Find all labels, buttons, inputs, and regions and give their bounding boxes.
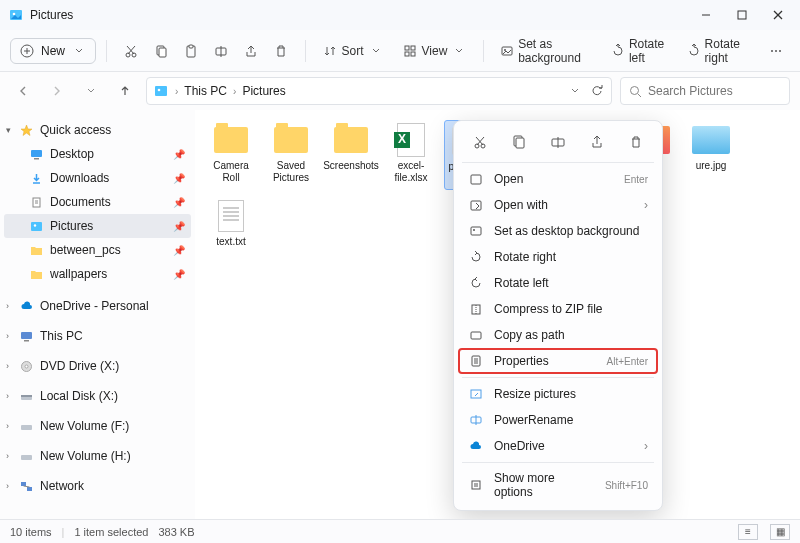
set-bg-label: Set as background	[518, 37, 593, 65]
sidebar-onedrive[interactable]: ›OneDrive - Personal	[4, 294, 191, 318]
svg-rect-14	[159, 48, 166, 57]
sort-button[interactable]: Sort	[316, 39, 390, 63]
image-icon	[468, 223, 484, 239]
view-icons-button[interactable]: ▦	[770, 524, 790, 540]
chevron-down-icon: ▾	[6, 125, 11, 135]
ctx-open-with[interactable]: Open with	[458, 192, 658, 218]
sidebar-item-wallpapers[interactable]: wallpapers📌	[4, 262, 191, 286]
drive-icon	[18, 418, 34, 434]
forward-button[interactable]	[44, 78, 70, 104]
chevron-right-icon: ›	[6, 331, 9, 341]
svg-rect-61	[471, 227, 481, 235]
separator	[483, 40, 484, 62]
trash-icon[interactable]	[625, 131, 647, 153]
sidebar-item-documents[interactable]: Documents📌	[4, 190, 191, 214]
paste-button[interactable]	[177, 39, 205, 63]
folder-screenshots[interactable]: Screenshots	[324, 120, 378, 190]
chevron-down-icon[interactable]	[567, 83, 583, 99]
sidebar-item-between-pcs[interactable]: between_pcs📌	[4, 238, 191, 262]
paste-icon	[183, 43, 199, 59]
ctx-rotate-left[interactable]: Rotate left	[458, 270, 658, 296]
rotate-right-button[interactable]: Rotate right	[681, 33, 756, 69]
sidebar-local-disk[interactable]: ›Local Disk (X:)	[4, 384, 191, 408]
file-picture-5[interactable]: ure.jpg	[684, 120, 738, 190]
copy-icon[interactable]	[508, 131, 530, 153]
chevron-right-icon: ›	[6, 481, 9, 491]
ctx-onedrive[interactable]: OneDrive	[458, 433, 658, 459]
sidebar-item-pictures[interactable]: Pictures📌	[4, 214, 191, 238]
star-icon	[18, 122, 34, 138]
new-button[interactable]: New	[10, 38, 96, 64]
ctx-open[interactable]: OpenEnter	[458, 166, 658, 192]
pin-icon: 📌	[173, 221, 185, 232]
sidebar-new-volume-f[interactable]: ›New Volume (F:)	[4, 414, 191, 438]
svg-point-43	[25, 365, 28, 368]
copy-button[interactable]	[147, 39, 175, 63]
rotate-left-button[interactable]: Rotate left	[605, 33, 675, 69]
ctx-rotate-right[interactable]: Rotate right	[458, 244, 658, 270]
back-button[interactable]	[10, 78, 36, 104]
sidebar-network[interactable]: ›Network	[4, 474, 191, 498]
sidebar-label: New Volume (H:)	[40, 449, 131, 463]
view-details-button[interactable]: ≡	[738, 524, 758, 540]
svg-rect-16	[189, 45, 193, 48]
ctx-properties[interactable]: PropertiesAlt+Enter	[458, 348, 658, 374]
separator	[305, 40, 306, 62]
svg-rect-28	[155, 86, 167, 96]
recent-button[interactable]	[78, 78, 104, 104]
trash-icon	[273, 43, 289, 59]
cut-icon[interactable]	[469, 131, 491, 153]
content-area[interactable]: Camera Roll Saved Pictures Screenshots e…	[195, 110, 800, 519]
delete-button[interactable]	[267, 39, 295, 63]
ctx-resize-pictures[interactable]: Resize pictures	[458, 381, 658, 407]
view-button[interactable]: View	[396, 39, 474, 63]
refresh-icon[interactable]	[589, 83, 605, 99]
search-box[interactable]	[620, 77, 790, 105]
svg-rect-49	[27, 487, 32, 491]
set-background-button[interactable]: Set as background	[494, 33, 599, 69]
chevron-down-icon	[71, 43, 87, 59]
file-label: excel-file.xlsx	[384, 160, 438, 183]
minimize-button[interactable]	[688, 1, 724, 29]
sidebar-new-volume-h[interactable]: ›New Volume (H:)	[4, 444, 191, 468]
share-icon[interactable]	[586, 131, 608, 153]
breadcrumb-folder[interactable]: Pictures	[242, 84, 285, 98]
sidebar-label: OneDrive - Personal	[40, 299, 149, 313]
sidebar-item-downloads[interactable]: Downloads📌	[4, 166, 191, 190]
ctx-copy-path[interactable]: Copy as path	[458, 322, 658, 348]
file-excel[interactable]: excel-file.xlsx	[384, 120, 438, 190]
folder-saved-pictures[interactable]: Saved Pictures	[264, 120, 318, 190]
up-button[interactable]	[112, 78, 138, 104]
breadcrumb-root[interactable]: This PC	[184, 84, 227, 98]
share-button[interactable]	[237, 39, 265, 63]
sidebar-this-pc[interactable]: ›This PC	[4, 324, 191, 348]
rotate-right-label: Rotate right	[705, 37, 750, 65]
ctx-show-more[interactable]: Show more optionsShift+F10	[458, 466, 658, 504]
rename-icon[interactable]	[547, 131, 569, 153]
svg-point-25	[771, 50, 773, 52]
chevron-right-icon: ›	[175, 86, 178, 97]
chevron-right-icon: ›	[6, 361, 9, 371]
ctx-powerrename[interactable]: PowerRename	[458, 407, 658, 433]
more-button[interactable]	[762, 39, 790, 63]
svg-rect-21	[405, 52, 409, 56]
ctx-set-background[interactable]: Set as desktop background	[458, 218, 658, 244]
cut-button[interactable]	[117, 39, 145, 63]
breadcrumb[interactable]: › This PC › Pictures	[146, 77, 612, 105]
sidebar-dvd[interactable]: ›DVD Drive (X:)	[4, 354, 191, 378]
pictures-icon	[153, 83, 169, 99]
search-input[interactable]	[648, 84, 798, 98]
search-icon	[629, 83, 642, 99]
documents-icon	[28, 194, 44, 210]
rename-button[interactable]	[207, 39, 235, 63]
open-with-icon	[468, 197, 484, 213]
svg-rect-46	[21, 425, 32, 430]
folder-camera-roll[interactable]: Camera Roll	[204, 120, 258, 190]
sidebar-quick-access[interactable]: ▾ Quick access	[4, 118, 191, 142]
file-text[interactable]: text.txt	[204, 196, 258, 266]
close-button[interactable]	[760, 1, 796, 29]
sidebar-item-desktop[interactable]: Desktop📌	[4, 142, 191, 166]
ctx-compress-zip[interactable]: Compress to ZIP file	[458, 296, 658, 322]
maximize-button[interactable]	[724, 1, 760, 29]
titlebar: Pictures	[0, 0, 800, 30]
